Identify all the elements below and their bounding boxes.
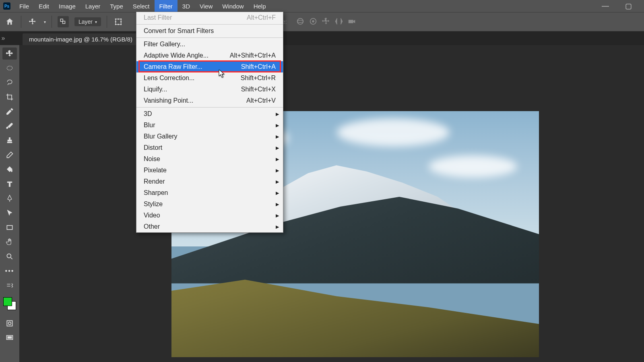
svg-point-7 — [118, 19, 119, 20]
type-tool[interactable] — [2, 178, 17, 190]
menu-filter[interactable]: Filter — [155, 0, 178, 12]
screen-mode-icon[interactable] — [2, 332, 17, 344]
menu-item-vanishing-point[interactable]: Vanishing Point...Alt+Ctrl+V — [136, 95, 283, 106]
menu-view[interactable]: View — [195, 0, 217, 12]
svg-point-11 — [297, 18, 303, 24]
menu-bar: Ps File Edit Image Layer Type Select Fil… — [0, 0, 644, 12]
menu-layer[interactable]: Layer — [80, 0, 105, 12]
lasso-tool[interactable] — [2, 77, 17, 89]
eyedropper-tool[interactable] — [2, 105, 17, 118]
menu-item-label: Liquify... — [144, 86, 167, 93]
menu-3d[interactable]: 3D — [178, 0, 195, 12]
color-swatches[interactable] — [2, 296, 17, 311]
window-minimize-icon[interactable]: — — [602, 2, 609, 10]
menu-item-label: Video — [144, 212, 160, 219]
hand-tool[interactable] — [2, 236, 17, 248]
menu-item-sharpen[interactable]: Sharpen▶ — [136, 187, 283, 199]
menu-item-label: Vanishing Point... — [144, 97, 193, 104]
menu-item-shortcut: Shift+Ctrl+A — [241, 63, 276, 70]
menu-item-stylize[interactable]: Stylize▶ — [136, 199, 283, 210]
zoom-tool[interactable] — [2, 250, 17, 263]
svg-point-6 — [120, 24, 122, 25]
menu-item-label: Blur Gallery — [144, 133, 178, 140]
menu-item-camera-raw-filter[interactable]: Camera Raw Filter...Shift+Ctrl+A — [136, 61, 283, 72]
dropdown-caret-icon[interactable]: ▾ — [44, 20, 46, 24]
menu-item-video[interactable]: Video▶ — [136, 210, 283, 221]
submenu-arrow-icon: ▶ — [276, 145, 279, 151]
menu-item-liquify[interactable]: Liquify...Shift+Ctrl+X — [136, 84, 283, 95]
slide-3d-icon[interactable] — [334, 17, 343, 27]
home-button[interactable] — [4, 16, 15, 27]
menu-item-shortcut: Shift+Ctrl+X — [241, 86, 276, 93]
window-maximize-icon[interactable]: ▢ — [625, 2, 632, 10]
menu-item-label: Adaptive Wide Angle... — [144, 52, 208, 59]
menu-select[interactable]: Select — [128, 0, 155, 12]
orbit-3d-icon[interactable] — [296, 17, 305, 27]
quick-mask-icon[interactable] — [2, 317, 17, 329]
menu-item-blur[interactable]: Blur▶ — [136, 120, 283, 131]
pan-3d-icon[interactable] — [322, 17, 330, 27]
filter-menu-dropdown: Last FilterAlt+Ctrl+FConvert for Smart F… — [136, 12, 283, 233]
transform-controls-icon[interactable] — [113, 16, 124, 27]
menu-item-pixelate[interactable]: Pixelate▶ — [136, 165, 283, 176]
more-tools[interactable]: ••• — [2, 265, 17, 277]
menu-edit[interactable]: Edit — [34, 0, 54, 12]
rectangle-shape-tool[interactable] — [2, 221, 17, 234]
menu-item-label: 3D — [144, 110, 152, 118]
svg-point-16 — [7, 66, 12, 70]
panel-handle-icon[interactable]: » — [0, 31, 6, 45]
roll-3d-icon[interactable] — [309, 17, 318, 27]
menu-file[interactable]: File — [14, 0, 34, 12]
canvas-area[interactable] — [19, 45, 644, 362]
menu-type[interactable]: Type — [105, 0, 128, 12]
menu-item-3d[interactable]: 3D▶ — [136, 108, 283, 120]
menu-item-convert-for-smart-filters[interactable]: Convert for Smart Filters — [136, 25, 283, 37]
eraser-tool[interactable] — [2, 149, 17, 161]
move-tool-icon[interactable] — [27, 16, 38, 27]
menu-item-label: Filter Gallery... — [144, 41, 185, 48]
marquee-ellipse-tool[interactable] — [2, 62, 17, 74]
menu-item-label: Camera Raw Filter... — [144, 63, 202, 70]
menu-window[interactable]: Window — [217, 0, 248, 12]
svg-point-20 — [8, 322, 11, 325]
menu-item-adaptive-wide-angle[interactable]: Adaptive Wide Angle...Alt+Shift+Ctrl+A — [136, 50, 283, 61]
menu-item-distort[interactable]: Distort▶ — [136, 142, 283, 153]
menu-item-lens-correction[interactable]: Lens Correction...Shift+Ctrl+R — [136, 72, 283, 84]
chevron-down-icon: ▾ — [95, 20, 97, 24]
foreground-color-swatch[interactable] — [3, 297, 12, 306]
svg-point-9 — [115, 21, 116, 22]
path-select-tool[interactable] — [2, 207, 17, 219]
pen-tool[interactable] — [2, 192, 17, 205]
menu-image[interactable]: Image — [54, 0, 80, 12]
edit-toolbar[interactable] — [2, 279, 17, 292]
menu-item-noise[interactable]: Noise▶ — [136, 153, 283, 165]
submenu-arrow-icon: ▶ — [276, 134, 279, 139]
brush-tool[interactable] — [2, 120, 17, 132]
menu-item-shortcut: Alt+Shift+Ctrl+A — [230, 52, 276, 59]
crop-tool[interactable] — [2, 91, 17, 103]
svg-rect-22 — [8, 337, 12, 339]
mouse-cursor-icon — [219, 69, 225, 78]
menu-item-label: Blur — [144, 122, 155, 129]
move-tool[interactable] — [2, 48, 17, 60]
svg-point-12 — [297, 20, 303, 23]
submenu-arrow-icon: ▶ — [276, 179, 279, 184]
menu-help[interactable]: Help — [249, 0, 271, 12]
menu-item-render[interactable]: Render▶ — [136, 176, 283, 187]
submenu-arrow-icon: ▶ — [276, 202, 279, 207]
svg-rect-19 — [7, 321, 12, 326]
submenu-arrow-icon: ▶ — [276, 213, 279, 218]
stamp-tool[interactable] — [2, 134, 17, 147]
paint-bucket-tool[interactable] — [2, 163, 17, 176]
auto-select-icon[interactable] — [58, 16, 69, 27]
menu-item-filter-gallery[interactable]: Filter Gallery... — [136, 39, 283, 50]
submenu-arrow-icon: ▶ — [276, 123, 279, 128]
document-tab[interactable]: mountain-image.jpg @ 16.7% (RGB/8) — [23, 33, 139, 45]
menu-item-label: Convert for Smart Filters — [144, 27, 214, 35]
menu-item-label: Distort — [144, 144, 162, 151]
auto-select-layer-dropdown[interactable]: Layer ▾ — [74, 17, 101, 26]
camera-3d-icon[interactable] — [347, 17, 356, 27]
menu-item-other[interactable]: Other▶ — [136, 221, 283, 232]
menu-item-blur-gallery[interactable]: Blur Gallery▶ — [136, 131, 283, 142]
menu-item-last-filter[interactable]: Last FilterAlt+Ctrl+F — [136, 12, 283, 23]
